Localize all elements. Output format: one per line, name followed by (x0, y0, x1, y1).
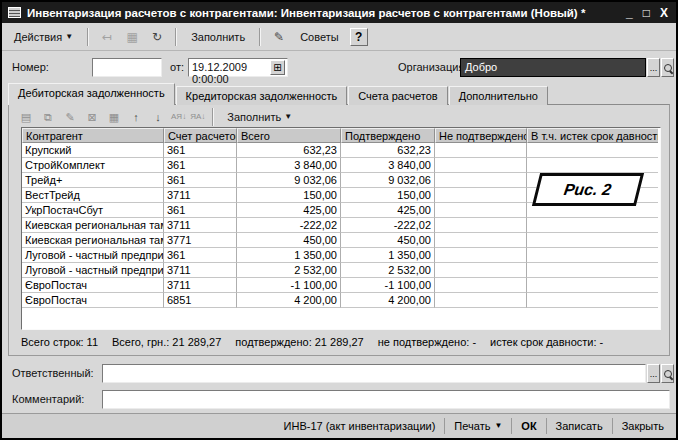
copy-row-icon[interactable]: ⧉ (39, 109, 57, 125)
table-cell: 3711 (164, 263, 237, 278)
edit-row-icon[interactable]: ✎ (61, 109, 79, 125)
column-header[interactable]: Не подтверждено (435, 128, 527, 143)
chevron-down-icon: ▼ (65, 33, 73, 41)
table-row[interactable]: Киевская региональная там...3711-222,02-… (22, 218, 660, 233)
table-row[interactable]: ЄвроПостач3711-1 100,00-1 100,00 (22, 278, 660, 293)
sort-desc-icon[interactable]: ЯА↓ (190, 113, 205, 121)
table-row[interactable]: Луговой - частный предприн...37112 532,0… (22, 263, 660, 278)
table-cell: 632,23 (237, 143, 341, 158)
table-cell: 361 (164, 158, 237, 173)
column-header[interactable]: Счет расчетов (164, 128, 237, 143)
responsible-ellipsis-button[interactable]: ... (647, 364, 660, 383)
save-button[interactable]: Записать (548, 417, 611, 435)
table-cell (527, 233, 658, 248)
table-row[interactable]: СтройКомплект3613 840,003 840,00 (22, 158, 660, 173)
grid-fill-button[interactable]: Заполнить ▼ (221, 107, 298, 127)
maximize-button[interactable]: □ (643, 6, 650, 20)
tab-accounts[interactable]: Счета расчетов (348, 86, 447, 105)
table-cell (527, 158, 658, 173)
end-edit-icon[interactable]: ▦ (105, 109, 123, 125)
table-cell: 9 032,06 (237, 173, 341, 188)
back-icon[interactable]: ↤ (97, 27, 117, 47)
table-cell: 4 200,00 (341, 293, 435, 308)
comment-input[interactable] (102, 390, 670, 409)
move-up-icon[interactable]: ↑ (127, 109, 145, 125)
table-cell (435, 263, 527, 278)
organization-ellipsis-button[interactable]: ... (647, 58, 660, 77)
chevron-down-icon: ▼ (494, 422, 502, 430)
inv17-button[interactable]: ИНВ-17 (акт инвентаризации) (276, 417, 444, 435)
toolbar-separator (259, 28, 261, 46)
organization-input[interactable]: Добро (460, 58, 646, 77)
refresh-icon[interactable]: ↻ (147, 27, 167, 47)
button-separator (444, 418, 445, 434)
button-separator (612, 418, 613, 434)
tab-additional[interactable]: Дополнительно (449, 86, 548, 105)
structure-icon[interactable]: ▦ (122, 27, 142, 47)
table-cell (435, 158, 527, 173)
close-button[interactable]: X (660, 6, 668, 20)
sort-desc-arrow: ↓ (201, 113, 205, 121)
table-cell: 2 532,00 (341, 263, 435, 278)
table-cell: 450,00 (237, 233, 341, 248)
tab-strip: Дебиторская задолженность Кредиторская з… (8, 83, 549, 105)
toolbar-separator (175, 28, 177, 46)
minimize-button[interactable]: _ (626, 6, 633, 20)
table-cell: -1 100,00 (341, 278, 435, 293)
table-cell: ВестТрейд (22, 188, 164, 203)
bottom-button-bar: ИНВ-17 (акт инвентаризации) Печать ▼ ОК … (2, 413, 676, 438)
main-toolbar: Действия ▼ ↤ ▦ ↻ Заполнить ✎ Советы ? (2, 23, 676, 51)
button-separator (511, 418, 512, 434)
tab-debit[interactable]: Дебиторская задолженность (8, 83, 175, 105)
help-button[interactable]: ? (350, 28, 368, 46)
table-cell: 425,00 (341, 203, 435, 218)
table-cell: Луговой - частный предприн... (22, 248, 164, 263)
calendar-icon[interactable]: ⊞ (270, 60, 285, 75)
date-input[interactable]: 19.12.2009 0:00:00 ⊞ (188, 58, 288, 77)
actions-menu-button[interactable]: Действия ▼ (8, 27, 79, 47)
number-input[interactable] (92, 58, 162, 77)
organization-search-button[interactable] (661, 58, 674, 77)
table-cell: СтройКомплект (22, 158, 164, 173)
sort-asc-letters: АЯ (171, 113, 182, 121)
title-bar: Инвентаризация расчетов с контрагентами:… (2, 2, 676, 23)
table-cell (435, 218, 527, 233)
tips-button[interactable]: Советы (294, 27, 344, 47)
delete-row-icon[interactable]: ⊠ (83, 109, 101, 125)
table-cell (435, 188, 527, 203)
grid-header-row: Контрагент Счет расчетов Всего Подтвержд… (22, 128, 660, 143)
table-row[interactable]: Луговой - частный предприн...3611 350,00… (22, 248, 660, 263)
fill-button[interactable]: Заполнить (185, 27, 251, 47)
table-cell (527, 143, 658, 158)
sort-asc-icon[interactable]: АЯ↓ (171, 113, 186, 121)
toolbar-separator (87, 28, 89, 46)
table-row[interactable]: Крупский361632,23632,23 (22, 143, 660, 158)
close-document-button[interactable]: Закрыть (614, 417, 672, 435)
column-header[interactable]: В т.ч. истек срок давности (527, 128, 658, 143)
ok-button[interactable]: ОК (513, 417, 544, 435)
sort-desc-letters: ЯА (190, 113, 201, 121)
chevron-down-icon: ▼ (284, 113, 292, 121)
tab-panel: ▤ ⧉ ✎ ⊠ ▦ ↑ ↓ АЯ↓ ЯА↓ Заполнить ▼ Контра… (8, 104, 670, 356)
print-button[interactable]: Печать ▼ (446, 417, 510, 435)
responsible-input[interactable] (102, 364, 646, 383)
column-header[interactable]: Контрагент (22, 128, 164, 143)
table-row[interactable]: ЄвроПостач68514 200,004 200,00 (22, 293, 660, 308)
table-cell (527, 263, 658, 278)
table-cell (435, 278, 527, 293)
window-icon (8, 7, 21, 18)
tab-credit[interactable]: Кредиторская задолженность (176, 86, 348, 105)
table-cell (527, 218, 658, 233)
table-cell: УкрПостачСбут (22, 203, 164, 218)
responsible-search-button[interactable] (661, 364, 674, 383)
table-cell: 1 350,00 (237, 248, 341, 263)
tips-icon: ✎ (269, 27, 289, 47)
table-row[interactable]: Киевская региональная там...3771450,0045… (22, 233, 660, 248)
move-down-icon[interactable]: ↓ (149, 109, 167, 125)
magnifier-icon (664, 370, 672, 378)
table-cell (435, 173, 527, 188)
table-cell: 3 840,00 (237, 158, 341, 173)
column-header[interactable]: Всего (237, 128, 341, 143)
column-header[interactable]: Подтверждено (341, 128, 435, 143)
add-row-icon[interactable]: ▤ (17, 109, 35, 125)
